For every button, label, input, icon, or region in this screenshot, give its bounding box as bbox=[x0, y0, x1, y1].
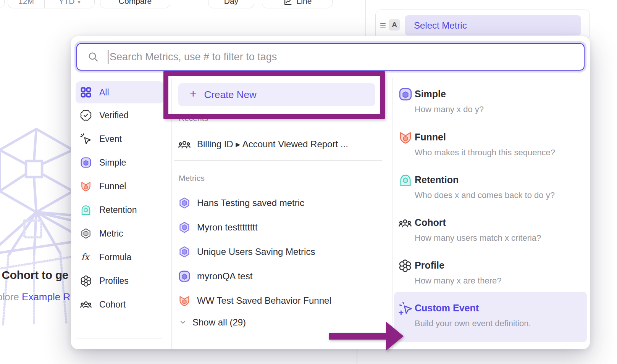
sidebar-item-retention[interactable]: Retention bbox=[71, 198, 171, 222]
retention-icon bbox=[80, 204, 92, 216]
metric-list-item[interactable]: Hans Testing saved metric bbox=[178, 193, 384, 213]
cohort-icon bbox=[178, 138, 191, 150]
metric-list-item[interactable]: myronQA test bbox=[178, 266, 384, 286]
funnel-icon bbox=[80, 180, 92, 192]
metric-list-item[interactable]: WW Test Saved Behavior Funnel bbox=[178, 291, 384, 311]
recents-heading: Recents bbox=[179, 114, 208, 123]
profiles-icon bbox=[80, 275, 92, 287]
category-sidebar: All Verified Event Simple Funnel bbox=[71, 78, 172, 349]
day-label: Day bbox=[224, 0, 238, 6]
line-chart-icon bbox=[283, 0, 292, 6]
line-chart-type-button[interactable]: Line bbox=[262, 0, 333, 8]
explore-text: plore bbox=[0, 291, 22, 303]
toolbar-cutoff-button[interactable] bbox=[0, 0, 5, 8]
sidebar-item-all[interactable]: All bbox=[76, 81, 164, 103]
search-icon bbox=[88, 52, 99, 62]
day-granularity-button[interactable]: Day bbox=[208, 0, 254, 8]
compare-label: Compare bbox=[119, 0, 152, 6]
metrics-list-column: + Create New Recents Billing ID ▸ Accoun… bbox=[172, 78, 392, 349]
simple-icon bbox=[399, 87, 412, 101]
simple-icon bbox=[80, 157, 92, 168]
tag-icon bbox=[80, 348, 92, 350]
app-root: 12M YTD ▾ Compare Day Line A Select Metr… bbox=[0, 0, 617, 364]
drag-handle-icon[interactable] bbox=[380, 23, 386, 28]
funnel-icon bbox=[399, 130, 412, 144]
wireframe-illustration bbox=[0, 126, 76, 362]
example-link[interactable]: Example R bbox=[22, 291, 70, 303]
text-cursor bbox=[108, 50, 108, 64]
panel-divider-top bbox=[365, 0, 366, 37]
sidebar-item-funnel[interactable]: Funnel bbox=[71, 174, 171, 198]
panel-divider-bottom bbox=[357, 350, 357, 364]
metrics-heading: Metrics bbox=[179, 174, 205, 183]
metric-hexagon-icon bbox=[80, 228, 92, 239]
cohort-icon bbox=[399, 216, 412, 229]
series-a-badge: A bbox=[389, 19, 400, 31]
metric-hexagon-purple-icon bbox=[178, 221, 191, 234]
custom-event-highlight bbox=[394, 292, 587, 342]
show-all-button[interactable]: Show all (29) bbox=[179, 317, 246, 328]
event-cursor-icon bbox=[80, 133, 92, 145]
recent-item[interactable]: Billing ID ▸ Account Viewed Report ... bbox=[178, 134, 384, 154]
metric-list-item[interactable]: Myron testttttttt bbox=[178, 217, 384, 237]
search-input[interactable]: Search Metrics, use # to filter to tags bbox=[76, 43, 585, 71]
sidebar-divider bbox=[76, 338, 162, 338]
plus-icon: + bbox=[190, 88, 197, 101]
metric-hexagon-purple-icon bbox=[178, 246, 191, 258]
simple-icon bbox=[178, 270, 191, 282]
retention-icon bbox=[399, 173, 412, 187]
range-12m-label: 12M bbox=[18, 0, 34, 6]
verified-seal-icon bbox=[80, 110, 92, 121]
select-metric-dropdown[interactable]: Select Metric bbox=[405, 15, 581, 35]
sidebar-item-verified[interactable]: Verified bbox=[71, 103, 171, 127]
metric-list-item[interactable]: Unique Users Saving Metrics bbox=[178, 242, 384, 262]
sidebar-item-simple[interactable]: Simple bbox=[71, 151, 171, 174]
grid-icon bbox=[80, 87, 92, 98]
range-12m-button[interactable]: 12M bbox=[8, 0, 45, 8]
range-ytd-button[interactable]: YTD ▾ bbox=[45, 0, 94, 8]
custom-event-icon bbox=[399, 302, 412, 316]
metric-hexagon-purple-icon bbox=[178, 197, 191, 209]
section-divider bbox=[174, 160, 382, 161]
date-range-group: 12M YTD ▾ bbox=[8, 0, 95, 8]
create-new-button[interactable]: + Create New bbox=[178, 83, 375, 106]
metric-types-column: Simple How many x do y? Funnel Who makes… bbox=[392, 78, 590, 349]
sidebar-item-formula[interactable]: Formula bbox=[71, 245, 171, 269]
formula-icon bbox=[80, 251, 92, 263]
cohort-icon bbox=[80, 299, 92, 310]
chevron-down-icon bbox=[179, 319, 186, 326]
line-label: Line bbox=[297, 0, 312, 6]
sidebar-item-metric[interactable]: Metric bbox=[71, 222, 171, 245]
metric-series-card: A Select Metric bbox=[375, 10, 590, 40]
sidebar-item-profiles[interactable]: Profiles bbox=[71, 269, 171, 293]
sidebar-item-cohort[interactable]: Cohort bbox=[71, 293, 171, 316]
profiles-icon bbox=[399, 259, 412, 272]
funnel-icon bbox=[178, 295, 191, 307]
sidebar-item-event[interactable]: Event bbox=[71, 127, 171, 151]
background-heading: r Cohort to ge bbox=[0, 269, 72, 282]
sidebar-item-tags[interactable]: Tags bbox=[71, 341, 171, 350]
chevron-down-icon: ▾ bbox=[78, 0, 80, 6]
modal-columns: All Verified Event Simple Funnel bbox=[71, 78, 590, 349]
compare-button[interactable]: Compare bbox=[100, 0, 170, 8]
search-placeholder: Search Metrics, use # to filter to tags bbox=[110, 51, 277, 63]
metric-picker-modal: Search Metrics, use # to filter to tags … bbox=[71, 36, 590, 349]
background-explore-line: plore Example R bbox=[0, 291, 72, 303]
range-ytd-label: YTD bbox=[58, 0, 74, 6]
